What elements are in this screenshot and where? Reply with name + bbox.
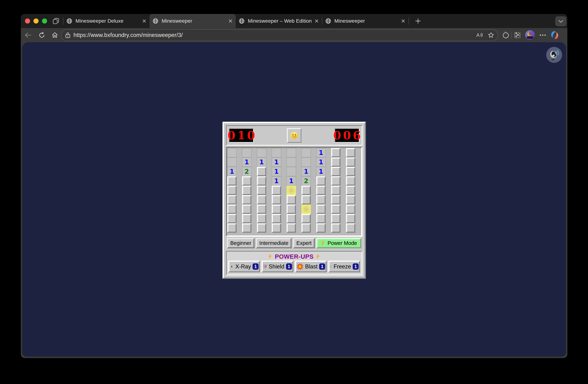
cell-r5c9[interactable] [346,186,355,195]
cell-r6c4[interactable] [272,195,281,204]
cell-r9c1[interactable] [227,223,237,233]
cell-r6c3[interactable] [257,195,266,204]
cell-r7c4[interactable] [272,204,281,214]
cell-r7c8[interactable] [331,204,340,214]
refresh-button[interactable] [39,32,45,38]
cell-r1c3[interactable] [257,148,266,158]
cell-r1c6[interactable] [301,148,311,158]
cell-r4c4[interactable]: 1 [272,176,281,186]
cell-r6c1[interactable] [227,195,237,204]
cell-r7c3[interactable] [257,204,266,214]
tab-minesweeper-2[interactable]: Minesweeper [322,14,408,28]
cell-r8c9[interactable] [346,214,355,223]
cell-r8c1[interactable] [227,214,237,223]
cell-r3c7[interactable]: 1 [316,167,326,176]
cell-r1c9[interactable] [346,148,355,158]
cell-r3c8[interactable] [331,167,340,176]
cell-r6c9[interactable] [346,195,355,204]
cell-r1c1[interactable] [227,148,237,158]
settings-menu-button[interactable] [539,34,546,36]
extensions-button[interactable] [502,32,509,39]
cell-r3c6[interactable]: 1 [301,167,311,176]
cell-r1c7[interactable]: 1 [316,148,326,158]
cell-r6c7[interactable] [316,195,326,204]
cell-r4c6[interactable]: 2 [301,176,311,186]
xray-button[interactable]: X-Ray 1 [228,261,260,272]
cell-r8c8[interactable] [331,214,340,223]
cell-r7c2[interactable] [242,204,252,214]
cell-r9c4[interactable] [272,223,281,233]
minimize-window-button[interactable] [34,19,39,23]
zoom-window-button[interactable] [42,19,47,23]
intermediate-button[interactable]: Intermediate [256,238,292,248]
cell-r4c1[interactable] [227,176,237,186]
cell-r6c2[interactable] [242,195,252,204]
cell-r7c7[interactable] [316,204,326,214]
cell-r5c2[interactable] [242,186,252,195]
smiley-reset-button[interactable] [287,128,301,143]
cell-r2c4[interactable]: 1 [272,158,281,167]
tab-list-chevron-button[interactable] [555,16,567,26]
cell-r8c2[interactable] [242,214,252,223]
tab-minesweeper-active[interactable]: Minesweeper [149,14,236,28]
back-button[interactable] [24,32,32,38]
close-tab-icon[interactable] [315,19,319,23]
cell-r4c7[interactable] [316,176,326,186]
cell-r1c5[interactable] [287,148,296,158]
read-aloud-icon[interactable]: A [476,32,483,38]
tab-minesweeper-web-edition[interactable]: Minesweeper – Web Edition [236,14,322,28]
cell-r8c7[interactable] [316,214,326,223]
cell-r5c7[interactable] [316,186,326,195]
web-capture-button[interactable] [514,32,521,39]
cell-r7c9[interactable] [346,204,355,214]
cell-r9c2[interactable] [242,223,252,233]
cell-r2c5[interactable] [287,158,296,167]
tab-stacks-icon[interactable] [52,18,59,24]
close-window-button[interactable] [25,19,30,23]
sound-toggle-button[interactable] [546,47,562,63]
cell-r9c5[interactable] [287,223,296,233]
cell-r4c5[interactable]: 1 [287,176,296,186]
cell-r3c9[interactable] [346,167,355,176]
cell-r5c6[interactable] [301,186,311,195]
cell-r2c7[interactable]: 1 [316,158,326,167]
cell-r5c4[interactable] [272,186,281,195]
cell-r7c5[interactable] [287,204,296,214]
cell-r3c3[interactable] [257,167,266,176]
cell-r6c5[interactable] [287,195,296,204]
cell-r3c5[interactable] [287,167,296,176]
cell-r7c6[interactable] [301,204,311,214]
blast-button[interactable]: Blast 1 [295,261,327,272]
cell-r6c6[interactable] [301,195,311,204]
cell-r3c2[interactable]: 2 [242,167,252,176]
favorites-star-icon[interactable] [488,32,494,38]
cell-r4c2[interactable] [242,176,252,186]
beginner-button[interactable]: Beginner [227,238,254,248]
cell-r6c8[interactable] [331,195,340,204]
cell-r1c8[interactable] [331,148,340,158]
shield-button[interactable]: Shield 1 [262,261,293,272]
close-tab-icon[interactable] [142,19,146,23]
cell-r2c9[interactable] [346,158,355,167]
cell-r8c5[interactable] [287,214,296,223]
cell-r2c8[interactable] [331,158,340,167]
cell-r4c8[interactable] [331,176,340,186]
cell-r7c1[interactable] [227,204,237,214]
cell-r8c3[interactable] [257,214,266,223]
close-tab-icon[interactable] [229,19,232,23]
new-tab-button[interactable] [415,18,421,24]
cell-r2c6[interactable] [301,158,311,167]
cell-r1c4[interactable] [272,148,281,158]
cell-r9c9[interactable] [346,223,355,233]
cell-r8c6[interactable] [301,214,311,223]
profile-avatar[interactable] [525,30,535,40]
cell-r1c2[interactable] [242,148,252,158]
cell-r9c7[interactable] [316,223,326,233]
freeze-button[interactable]: Freeze 1 [328,261,360,272]
close-tab-icon[interactable] [401,19,405,23]
cell-r9c3[interactable] [257,223,266,233]
cell-r9c6[interactable] [301,223,311,233]
home-button[interactable] [52,32,58,38]
address-bar[interactable]: https://www.bxfoundry.com/minesweeper/3/… [61,29,498,41]
cell-r8c4[interactable] [272,214,281,223]
